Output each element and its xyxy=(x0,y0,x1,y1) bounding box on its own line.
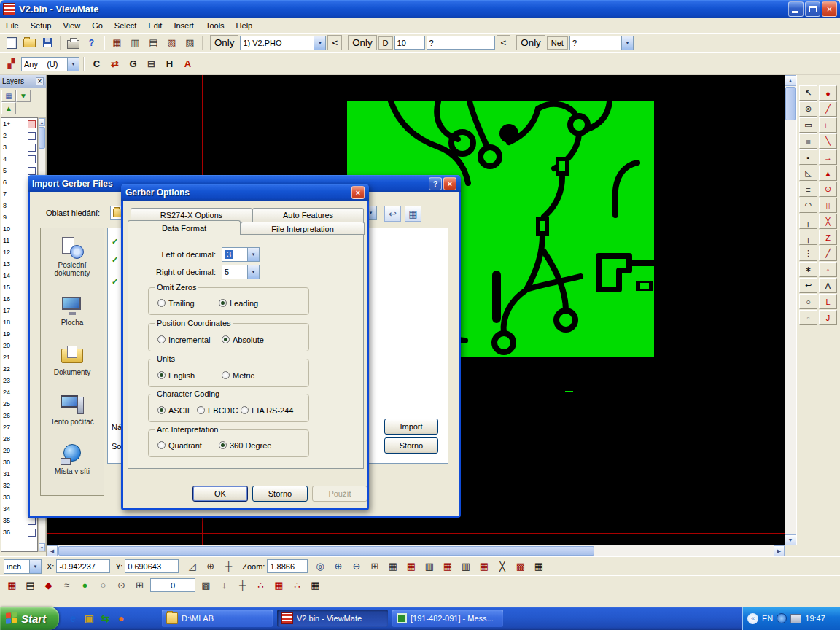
y-coordinate-input[interactable]: 0.690643 xyxy=(125,559,179,573)
snap-tool-button[interactable]: ≈ xyxy=(58,578,75,594)
radio-omit-trailing[interactable]: Trailing xyxy=(158,298,195,308)
dcode-filter-input[interactable]: ? xyxy=(427,36,495,50)
tool-button[interactable]: A xyxy=(819,278,837,293)
layer-row[interactable]: 2 xyxy=(1,130,37,141)
grid-tool-button[interactable]: ↓ xyxy=(216,578,233,594)
radio-ebcdic[interactable]: EBCDIC xyxy=(197,405,238,415)
select-filter-combo[interactable]: Any (U) ▼ xyxy=(21,57,79,71)
scroll-right-icon[interactable]: ▶ xyxy=(774,545,785,556)
place-network[interactable]: Místa v síti xyxy=(42,443,103,475)
net-combo[interactable]: ? ▼ xyxy=(569,36,634,50)
radio-ascii[interactable]: ASCII xyxy=(158,405,190,415)
grid-tool-button[interactable]: ▦ xyxy=(271,578,287,594)
tool-button[interactable]: ⊙ xyxy=(819,182,837,197)
edit-tool-button[interactable]: ⇄ xyxy=(106,56,123,72)
selection-mode-button[interactable]: ▞ xyxy=(3,56,20,72)
only-net-toggle[interactable]: Only xyxy=(516,35,545,50)
quicklaunch-icon[interactable]: e xyxy=(65,610,81,627)
menu-item[interactable]: View xyxy=(57,19,86,32)
radio-omit-leading[interactable]: Leading xyxy=(219,298,258,308)
apply-button[interactable]: Použít xyxy=(312,486,367,502)
layer-color-swatch[interactable] xyxy=(28,144,36,152)
tool-button[interactable]: ◠ xyxy=(799,198,817,213)
aperture-tool-button[interactable]: ▨ xyxy=(182,35,198,51)
right-of-decimal-combo[interactable]: 5 ▼ xyxy=(222,265,260,279)
grid-tool-button[interactable]: ∴ xyxy=(289,578,306,594)
views-button[interactable]: ▦ xyxy=(405,206,421,222)
tool-button[interactable]: ╳ xyxy=(819,214,837,229)
tool-button[interactable]: ╲ xyxy=(819,133,837,149)
layers-close-button[interactable]: × xyxy=(36,77,44,85)
tab-file-interpretation[interactable]: File Interpretation xyxy=(241,222,365,235)
layer-row[interactable]: 3 xyxy=(1,141,37,153)
ok-button[interactable]: OK xyxy=(192,486,248,502)
grid-tool-button[interactable]: ┼ xyxy=(234,578,251,594)
zoom-input[interactable]: 1.8866 xyxy=(267,559,308,573)
minimize-button[interactable] xyxy=(788,1,804,17)
view-tool-button[interactable]: ▩ xyxy=(512,559,529,575)
coordinate-tool-button[interactable]: ┼ xyxy=(220,559,237,575)
layers-tool-button[interactable]: ▼ xyxy=(16,90,31,102)
tool-button[interactable]: ▫ xyxy=(799,310,817,325)
layer-row[interactable]: 36 xyxy=(1,526,37,538)
open-file-button[interactable] xyxy=(21,35,38,51)
aperture-tool-button[interactable]: ▤ xyxy=(145,35,162,51)
radio-english[interactable]: English xyxy=(158,370,195,380)
menu-item[interactable]: Setup xyxy=(25,19,58,32)
tool-button[interactable]: ⊚ xyxy=(799,101,817,117)
radio-quadrant[interactable]: Quadrant xyxy=(158,440,202,450)
title-bar[interactable]: V2.bin - ViewMate × xyxy=(0,0,840,18)
radio-metric[interactable]: Metric xyxy=(222,370,254,380)
menu-item[interactable]: Insert xyxy=(168,19,200,32)
import-cancel-button[interactable]: Storno xyxy=(384,438,438,454)
radio-360-degree[interactable]: 360 Degree xyxy=(219,440,272,450)
tool-button[interactable]: ∟ xyxy=(819,117,837,133)
quicklaunch-icon[interactable]: ● xyxy=(113,610,129,627)
layer-color-swatch[interactable] xyxy=(28,529,36,537)
only-layer-toggle[interactable]: Only xyxy=(210,35,238,50)
tool-button[interactable]: ┌ xyxy=(799,214,817,229)
print-button[interactable] xyxy=(65,35,82,51)
menu-item[interactable]: File xyxy=(0,19,25,32)
unit-combo[interactable]: inch ▼ xyxy=(4,559,42,574)
taskbar-task-explorer[interactable]: D:\MLAB xyxy=(162,610,273,627)
only-dcode-toggle[interactable]: Only xyxy=(348,35,376,50)
snap-tool-button[interactable]: ● xyxy=(77,578,93,594)
tab-auto-features[interactable]: Auto Features xyxy=(252,208,364,222)
layer-color-swatch[interactable] xyxy=(28,517,36,525)
tool-button[interactable]: L xyxy=(819,294,837,309)
keyboard-icon[interactable] xyxy=(790,614,801,623)
context-help-button[interactable]: ? xyxy=(83,35,100,51)
place-my-computer[interactable]: Tento počítač xyxy=(42,394,103,426)
coordinate-tool-button[interactable]: ◿ xyxy=(184,559,201,575)
tool-button[interactable]: ↩ xyxy=(799,278,817,293)
edit-tool-button[interactable]: C xyxy=(88,56,105,72)
tool-button[interactable]: ≡ xyxy=(799,182,817,197)
tool-button[interactable]: ◺ xyxy=(799,166,817,181)
scroll-thumb[interactable] xyxy=(785,87,796,120)
tool-button[interactable]: → xyxy=(819,149,837,165)
tab-data-format[interactable]: Data Format xyxy=(128,220,241,235)
menu-item[interactable]: Help xyxy=(230,19,259,32)
scroll-thumb[interactable] xyxy=(39,127,45,149)
tool-button[interactable]: ▯ xyxy=(819,198,837,213)
tool-button[interactable]: ▭ xyxy=(799,117,817,133)
step-back-button-2[interactable]: < xyxy=(497,35,511,50)
close-button[interactable]: × xyxy=(822,1,837,17)
dcode-input[interactable]: 10 xyxy=(394,36,425,50)
grid-tool-button[interactable]: ▩ xyxy=(198,578,214,594)
view-tool-button[interactable]: ╳ xyxy=(494,559,510,575)
radio-incremental[interactable]: Incremental xyxy=(158,335,210,344)
menu-item[interactable]: Go xyxy=(86,19,109,32)
layer-row[interactable]: 1+ xyxy=(1,118,37,130)
scroll-left-icon[interactable]: ◀ xyxy=(47,545,58,556)
x-coordinate-input[interactable]: -0.942237 xyxy=(56,559,110,573)
maximize-button[interactable] xyxy=(805,1,820,17)
snap-tool-button[interactable]: ◆ xyxy=(40,578,57,594)
canvas-hscrollbar[interactable]: ◀ ▶ xyxy=(47,545,785,556)
view-tool-button[interactable]: ▦ xyxy=(439,559,456,575)
import-button[interactable]: Import xyxy=(384,419,438,435)
tool-button[interactable]: ▲ xyxy=(819,166,837,181)
tool-button[interactable]: ⋮ xyxy=(799,246,817,261)
view-tool-button[interactable]: ▦ xyxy=(530,559,547,575)
